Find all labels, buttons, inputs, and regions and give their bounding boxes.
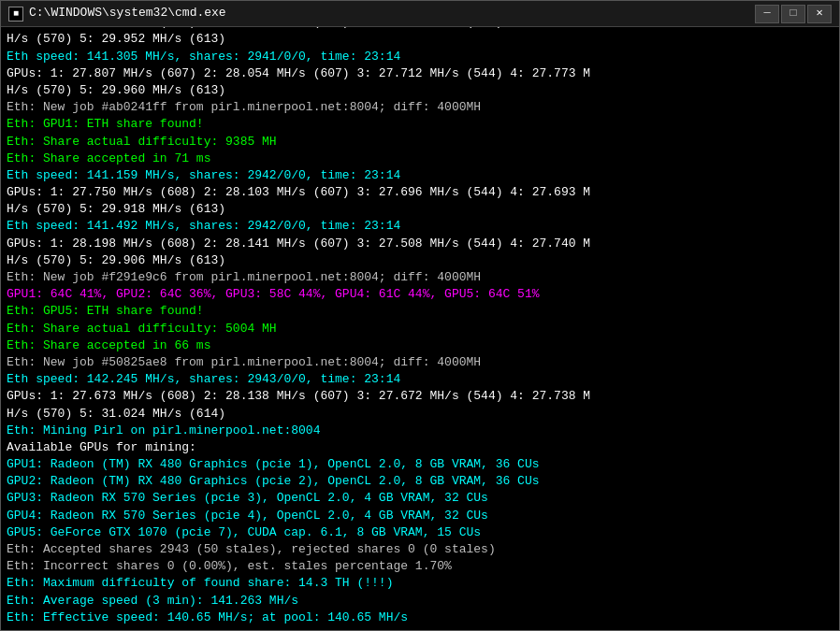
minimize-button[interactable]: —	[755, 5, 779, 23]
console-line: Eth: New job #ab0241ff from pirl.minerpo…	[7, 99, 833, 116]
console-line: Eth: Incorrect shares 0 (0.00%), est. st…	[7, 558, 833, 575]
console-line: Eth: Average speed (3 min): 141.263 MH/s	[7, 593, 833, 609]
console-line: H/s (570) 5: 29.918 MH/s (613)	[7, 201, 833, 218]
window-title: C:\WINDOWS\system32\cmd.exe	[29, 5, 226, 22]
console-line: GPUs: 1: 27.807 MH/s (607) 2: 28.054 MH/…	[7, 65, 833, 82]
console-line: GPU2: Radeon (TM) RX 480 Graphics (pcie …	[7, 473, 833, 490]
console-line: GPUs: 1: 27.673 MH/s (608) 2: 28.138 MH/…	[7, 388, 833, 405]
maximize-button[interactable]: □	[781, 5, 805, 23]
console-wrapper: Eth speed: 140.768 MH/s, shares: 2941/0/…	[1, 27, 839, 630]
console-line: Eth: New job #f291e9c6 from pirl.minerpo…	[7, 269, 833, 286]
console-output[interactable]: Eth speed: 140.768 MH/s, shares: 2941/0/…	[1, 27, 839, 630]
console-line: Eth: Maximum difficulty of found share: …	[7, 575, 833, 592]
window-icon: ■	[8, 7, 23, 22]
console-line: Eth: Share actual difficulty: 5004 MH	[7, 321, 833, 337]
console-line: GPU3: Radeon RX 570 Series (pcie 3), Ope…	[7, 490, 833, 507]
title-bar-controls: — □ ✕	[755, 5, 832, 23]
title-bar-left: ■ C:\WINDOWS\system32\cmd.exe	[8, 5, 226, 22]
console-line: GPUs: 1: 28.198 MH/s (608) 2: 28.141 MH/…	[7, 236, 833, 252]
console-line: GPU4: Radeon RX 570 Series (pcie 4), Ope…	[7, 508, 833, 524]
console-line: Eth: Effective speed: 140.65 MH/s; at po…	[7, 609, 833, 626]
console-line: Eth speed: 141.305 MH/s, shares: 2941/0/…	[7, 49, 833, 65]
console-line: H/s (570) 5: 29.906 MH/s (613)	[7, 252, 833, 269]
console-line: GPU1: Radeon (TM) RX 480 Graphics (pcie …	[7, 456, 833, 473]
close-button[interactable]: ✕	[807, 5, 832, 23]
console-line: H/s (570) 5: 29.960 MH/s (613)	[7, 82, 833, 99]
console-line: Eth: Mining Pirl on pirl.minerpool.net:8…	[7, 423, 833, 439]
console-line: Eth: GPU1: ETH share found!	[7, 116, 833, 133]
main-window: ■ C:\WINDOWS\system32\cmd.exe — □ ✕ Eth …	[0, 0, 840, 631]
console-line: H/s (570) 5: 31.024 MH/s (614)	[7, 406, 833, 423]
console-line: Eth: Share accepted in 66 ms	[7, 337, 833, 354]
console-line: Eth speed: 142.245 MH/s, shares: 2943/0/…	[7, 371, 833, 388]
console-line: Eth: Accepted shares 2943 (50 stales), r…	[7, 541, 833, 558]
console-line: Eth: Share actual difficulty: 9385 MH	[7, 134, 833, 151]
console-line: GPUs: 1: 27.750 MH/s (608) 2: 28.103 MH/…	[7, 184, 833, 201]
console-line: Eth speed: 141.492 MH/s, shares: 2942/0/…	[7, 218, 833, 235]
console-line: Available GPUs for mining:	[7, 439, 833, 456]
console-line: GPU1: 64C 41%, GPU2: 64C 36%, GPU3: 58C …	[7, 286, 833, 303]
console-line: Eth: Share accepted in 71 ms	[7, 151, 833, 167]
title-bar: ■ C:\WINDOWS\system32\cmd.exe — □ ✕	[1, 1, 839, 27]
console-line: H/s (570) 5: 29.952 MH/s (613)	[7, 31, 833, 48]
console-line: Eth: New job #50825ae8 from pirl.minerpo…	[7, 354, 833, 371]
console-line: GPU5: GeForce GTX 1070 (pcie 7), CUDA ca…	[7, 524, 833, 541]
console-line: Eth: GPU5: ETH share found!	[7, 303, 833, 320]
console-line: Eth speed: 141.159 MH/s, shares: 2942/0/…	[7, 167, 833, 184]
